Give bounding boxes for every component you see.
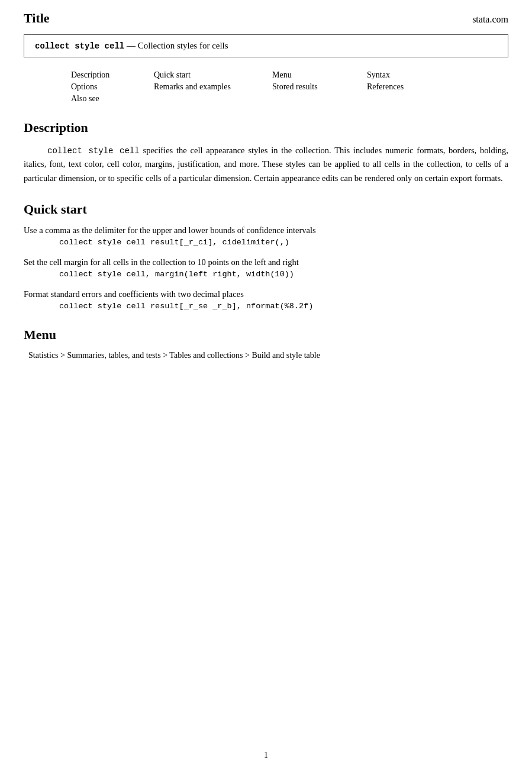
quick-start-desc-3: Format standard errors and coefficients … — [24, 289, 508, 299]
page-header: Title stata.com — [24, 11, 508, 26]
quick-start-item-3: Format standard errors and coefficients … — [24, 289, 508, 311]
quick-start-heading: Quick start — [24, 202, 508, 217]
nav-item-options[interactable]: Options — [71, 82, 154, 92]
page-title: Title — [24, 11, 50, 26]
quick-start-code-1: collect style cell result[_r_ci], cideli… — [59, 238, 508, 247]
nav-item-also-see[interactable]: Also see — [71, 94, 154, 104]
menu-section: Menu Statistics > Summaries, tables, and… — [24, 327, 508, 360]
quick-start-item-1: Use a comma as the delimiter for the upp… — [24, 225, 508, 247]
description-section: Description collect style cell specifies… — [24, 120, 508, 185]
page-footer: 1 — [0, 751, 532, 760]
nav-item-description[interactable]: Description — [71, 70, 154, 80]
quick-start-desc-2: Set the cell margin for all cells in the… — [24, 257, 508, 267]
quick-start-section: Quick start Use a comma as the delimiter… — [24, 202, 508, 311]
nav-item-references[interactable]: References — [367, 82, 462, 92]
title-box-command: collect style cell — [35, 41, 124, 51]
nav-item-stored-results[interactable]: Stored results — [272, 82, 367, 92]
nav-item-syntax[interactable]: Syntax — [367, 70, 462, 80]
quick-start-code-3: collect style cell result[_r_se _r_b], n… — [59, 302, 508, 311]
nav-item-menu[interactable]: Menu — [272, 70, 367, 80]
quick-start-code-2: collect style cell, margin(left right, w… — [59, 270, 508, 279]
page-number: 1 — [264, 751, 268, 760]
quick-start-item-2: Set the cell margin for all cells in the… — [24, 257, 508, 279]
title-box: collect style cell — Collection styles f… — [24, 34, 508, 57]
code-collect-style-cell: collect style cell — [47, 146, 140, 156]
quick-start-desc-1: Use a comma as the delimiter for the upp… — [24, 225, 508, 235]
title-box-separator: — — [124, 41, 138, 50]
nav-item-quick-start[interactable]: Quick start — [154, 70, 272, 80]
title-box-description: Collection styles for cells — [138, 41, 228, 50]
menu-path: Statistics > Summaries, tables, and test… — [28, 351, 508, 360]
description-paragraph: collect style cell specifies the cell ap… — [24, 144, 508, 185]
description-heading: Description — [24, 120, 508, 135]
menu-heading: Menu — [24, 327, 508, 343]
page-brand: stata.com — [472, 14, 508, 25]
page-wrapper: Title stata.com collect style cell — Col… — [0, 0, 532, 778]
nav-table: Description Quick start Menu Syntax Opti… — [71, 70, 508, 104]
nav-item-remarks[interactable]: Remarks and examples — [154, 82, 272, 92]
